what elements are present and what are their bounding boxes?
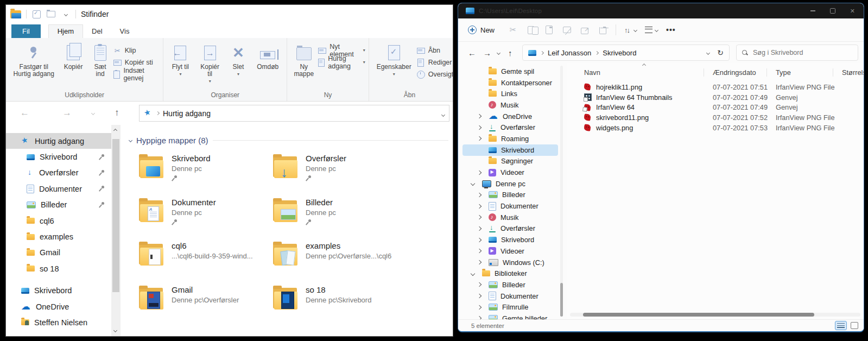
tree-item-dokumenter[interactable]: Dokumenter <box>462 200 558 212</box>
tree-item-dokumenter-lib[interactable]: Dokumenter <box>462 291 558 302</box>
breadcrumb-user[interactable]: Leif Jonasson <box>548 49 591 57</box>
copy-to-button[interactable]: Kopiér til ▾ <box>195 41 225 84</box>
address-box[interactable]: Leif Jonasson Skrivebord ↻ <box>522 45 730 61</box>
tree-item-biblioteker[interactable]: Biblioteker <box>462 268 558 279</box>
new-button[interactable]: New <box>468 26 495 34</box>
chevron-right-icon[interactable] <box>477 136 481 141</box>
tab-hjem[interactable]: Hjem <box>48 24 83 38</box>
properties-button[interactable]: Egenskaber ▾ <box>372 41 416 77</box>
tree-item-billeder-lib[interactable]: Billeder <box>462 279 558 291</box>
breadcrumb-folder[interactable]: Skrivebord <box>603 49 636 57</box>
rename-button[interactable] <box>562 25 572 35</box>
tile-overfoersler[interactable]: ↓ Overførsler Denne pc <box>273 153 407 197</box>
chevron-right-icon[interactable] <box>477 282 481 287</box>
tree-item-gemte-spil[interactable]: Gemte spil <box>462 66 558 77</box>
sidebar-item-documents[interactable]: Dokumenter <box>6 181 111 197</box>
qat-properties-button[interactable] <box>31 10 41 18</box>
close-button[interactable]: ✕ <box>850 8 855 15</box>
tile-so18[interactable]: so 18 Denne pc\Skrivebord <box>273 285 407 329</box>
tab-fil[interactable]: Fil <box>11 24 41 38</box>
tree-item-billeder[interactable]: Billeder <box>462 190 558 201</box>
copy-button[interactable] <box>526 25 536 35</box>
tree-item-videoer[interactable]: Videoer <box>462 167 558 178</box>
chevron-right-icon[interactable] <box>477 226 481 231</box>
minimize-button[interactable] <box>810 10 815 11</box>
tree-item-kontaktpersoner[interactable]: Kontaktpersoner <box>462 77 558 89</box>
sidebar-item-so18[interactable]: so 18 <box>6 261 111 276</box>
delete-button[interactable] <box>598 25 607 35</box>
sidebar-item-desktop[interactable]: Skrivebord <box>6 149 111 165</box>
file-row-hojreklik[interactable]: hojreklik11.png 07-07-2021 07:51 IrfanVi… <box>567 82 864 92</box>
pin-to-quick-access-button[interactable]: Fastgør til Hurtig adgang <box>9 41 59 78</box>
tile-skrivebord[interactable]: Skrivebord Denne pc <box>139 153 273 197</box>
file-row-widgets[interactable]: widgets.png 07-07-2021 07:53 IrfanView P… <box>567 123 864 133</box>
more-options-button[interactable]: ••• <box>666 26 676 34</box>
rename-button[interactable]: Omdøb <box>252 41 283 71</box>
search-input[interactable] <box>752 48 835 57</box>
tree-item-videoer-pc[interactable]: Videoer <box>462 245 558 257</box>
chevron-right-icon[interactable] <box>477 204 481 208</box>
sidebar-item-user[interactable]: Steffen Nielsen <box>6 314 111 330</box>
tile-examples[interactable]: examples Denne pc\Overførsle...\cql6 <box>273 241 407 285</box>
file-row-irfanview64[interactable]: IrfanView 64 07-07-2021 07:49 Genvej <box>567 102 864 112</box>
horizontal-scrollbar[interactable] <box>570 313 860 317</box>
column-header-modified[interactable]: Ændringsdato <box>713 68 756 77</box>
chevron-right-icon[interactable] <box>477 215 481 219</box>
qat-new-folder-button[interactable] <box>46 10 56 18</box>
address-crumb[interactable]: Hurtig adgang <box>163 109 211 118</box>
sidebar-item-examples[interactable]: examples <box>6 229 111 244</box>
tree-item-windows-c[interactable]: Windows (C:) <box>462 257 558 268</box>
tree-item-skrivebord-selected[interactable]: Skrivebord <box>462 144 558 156</box>
sidebar-item-cql6[interactable]: cql6 <box>6 213 111 229</box>
scrollbar-thumb[interactable] <box>583 313 814 317</box>
tree-scrollbar[interactable] <box>560 66 563 313</box>
chevron-right-icon[interactable] <box>477 237 481 242</box>
sidebar-item-desktop-root[interactable]: Skrivebord <box>6 283 111 299</box>
up-button[interactable]: ↑ <box>508 48 512 58</box>
tab-vis[interactable]: Vis <box>111 25 138 38</box>
sort-button[interactable]: ↑↓ <box>624 26 637 34</box>
scroll-up-icon[interactable] <box>113 129 117 132</box>
tree-item-soegninger[interactable]: Søgninger <box>462 156 558 167</box>
sidebar-item-onedrive[interactable]: OneDrive <box>6 299 111 314</box>
recent-locations-button[interactable] <box>497 52 500 54</box>
paste-button[interactable] <box>544 25 554 35</box>
tile-billeder[interactable]: Billeder Denne pc <box>273 197 407 241</box>
chevron-right-icon[interactable] <box>477 114 481 118</box>
chevron-down-icon[interactable] <box>471 271 475 275</box>
scrollbar-thumb[interactable] <box>560 283 563 317</box>
chevron-right-icon[interactable] <box>477 193 481 197</box>
chevron-right-icon[interactable] <box>477 125 481 130</box>
address-dropdown-button[interactable] <box>442 109 445 118</box>
qat-customize-button[interactable] <box>61 10 71 18</box>
chevron-right-icon[interactable] <box>477 260 481 264</box>
sidebar-item-downloads[interactable]: Overførsler <box>6 165 111 181</box>
tree-item-onedrive[interactable]: OneDrive <box>462 111 558 122</box>
tree-item-musik[interactable]: Musik <box>462 99 558 111</box>
paste-shortcut-button[interactable]: Indsæt genvej <box>113 68 160 80</box>
refresh-icon[interactable]: ↻ <box>717 48 724 57</box>
paste-button[interactable]: Sæt ind <box>88 41 112 78</box>
view-button[interactable] <box>645 27 658 33</box>
scrollbar-thumb[interactable] <box>112 139 119 292</box>
recent-locations-button[interactable] <box>92 102 94 124</box>
icons-view-toggle[interactable] <box>851 322 858 329</box>
tile-dokumenter[interactable]: Dokumenter Denne pc <box>139 197 273 241</box>
chevron-right-icon[interactable] <box>477 170 481 174</box>
tile-gmail[interactable]: Gmail Denne pc\Overførsler <box>139 285 273 329</box>
maximize-button[interactable] <box>830 8 835 14</box>
scroll-down-icon[interactable] <box>113 329 117 332</box>
column-header-type[interactable]: Type <box>776 68 791 77</box>
column-header-name[interactable]: Navn <box>584 68 600 77</box>
tile-cql6[interactable]: cql6 ...\cql6-build-9-359-wind... <box>139 241 273 285</box>
cut-button[interactable]: ✂ Klip <box>113 45 160 56</box>
back-button[interactable]: ← <box>20 102 29 124</box>
address-box[interactable]: Hurtig adgang <box>139 105 449 122</box>
chevron-down-icon[interactable] <box>471 181 475 186</box>
tree-item-overfoersler-pc[interactable]: Overførsler <box>462 223 558 235</box>
copy-button[interactable]: Kopiér <box>60 41 87 71</box>
details-view-toggle[interactable] <box>835 321 847 330</box>
file-row-thumbnails[interactable]: IrfanView 64 Thumbnails 07-07-2021 07:49… <box>567 92 864 103</box>
chevron-right-icon[interactable] <box>477 294 481 298</box>
tree-item-overfoersler[interactable]: Overførsler <box>462 122 558 133</box>
